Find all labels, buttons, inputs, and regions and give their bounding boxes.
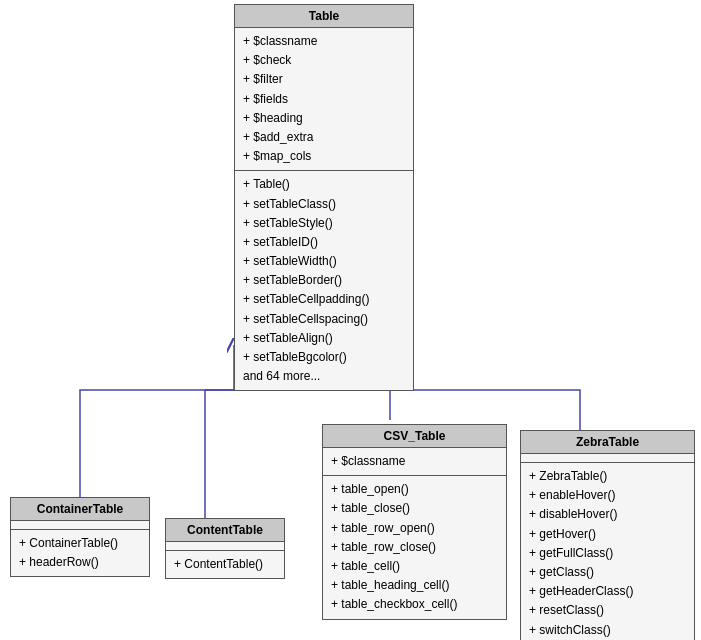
- table-attr-6: + $add_extra: [243, 128, 405, 147]
- container-table-method-1: + ContainerTable(): [19, 534, 141, 553]
- table-attr-4: + $fields: [243, 90, 405, 109]
- content-table-method-1: + ContentTable(): [174, 555, 276, 574]
- zebra-table-method-2: + enableHover(): [529, 486, 686, 505]
- csv-table-method-4: + table_row_close(): [331, 538, 498, 557]
- zebra-table-method-4: + getHover(): [529, 525, 686, 544]
- zebra-table-title-text: ZebraTable: [576, 435, 639, 449]
- container-table-methods: + ContainerTable() + headerRow(): [11, 530, 149, 576]
- zebra-table-empty: [521, 454, 694, 463]
- table-title: Table: [235, 5, 413, 28]
- csv-table-method-3: + table_row_open(): [331, 519, 498, 538]
- csv-table-attrs: + $classname: [323, 448, 506, 476]
- table-attributes: + $classname + $check + $filter + $field…: [235, 28, 413, 171]
- zebra-table-method-8: + resetClass(): [529, 601, 686, 620]
- table-method-4: + setTableID(): [243, 233, 405, 252]
- table-attr-7: + $map_cols: [243, 147, 405, 166]
- csv-table-title: CSV_Table: [323, 425, 506, 448]
- csv-table-method-6: + table_heading_cell(): [331, 576, 498, 595]
- table-method-10: + setTableBgcolor(): [243, 348, 405, 367]
- csv-table-box: CSV_Table + $classname + table_open() + …: [322, 424, 507, 620]
- table-attr-1: + $classname: [243, 32, 405, 51]
- table-method-7: + setTableCellpadding(): [243, 290, 405, 309]
- table-method-2: + setTableClass(): [243, 195, 405, 214]
- diagram-container: Table + $classname + $check + $filter + …: [0, 0, 701, 640]
- zebra-table-method-6: + getClass(): [529, 563, 686, 582]
- table-method-6: + setTableBorder(): [243, 271, 405, 290]
- container-table-empty: [11, 521, 149, 530]
- zebra-table-title: ZebraTable: [521, 431, 694, 454]
- zebra-table-method-5: + getFullClass(): [529, 544, 686, 563]
- zebra-table-method-9: + switchClass(): [529, 621, 686, 640]
- content-table-title: ContentTable: [166, 519, 284, 542]
- container-table-title: ContainerTable: [11, 498, 149, 521]
- table-attr-2: + $check: [243, 51, 405, 70]
- csv-table-attr-1: + $classname: [331, 452, 498, 471]
- table-method-5: + setTableWidth(): [243, 252, 405, 271]
- csv-table-method-7: + table_checkbox_cell(): [331, 595, 498, 614]
- container-table-method-2: + headerRow(): [19, 553, 141, 572]
- content-table-title-text: ContentTable: [187, 523, 263, 537]
- table-method-3: + setTableStyle(): [243, 214, 405, 233]
- table-method-8: + setTableCellspacing(): [243, 310, 405, 329]
- csv-table-method-5: + table_cell(): [331, 557, 498, 576]
- content-table-empty: [166, 542, 284, 551]
- table-method-9: + setTableAlign(): [243, 329, 405, 348]
- table-attr-3: + $filter: [243, 70, 405, 89]
- csv-table-methods: + table_open() + table_close() + table_r…: [323, 476, 506, 618]
- table-box: Table + $classname + $check + $filter + …: [234, 4, 414, 391]
- table-title-text: Table: [309, 9, 339, 23]
- table-method-1: + Table(): [243, 175, 405, 194]
- zebra-table-method-7: + getHeaderClass(): [529, 582, 686, 601]
- zebra-table-box: ZebraTable + ZebraTable() + enableHover(…: [520, 430, 695, 640]
- csv-table-method-1: + table_open(): [331, 480, 498, 499]
- csv-table-method-2: + table_close(): [331, 499, 498, 518]
- zebra-table-method-1: + ZebraTable(): [529, 467, 686, 486]
- container-table-box: ContainerTable + ContainerTable() + head…: [10, 497, 150, 577]
- csv-table-title-text: CSV_Table: [384, 429, 446, 443]
- content-table-box: ContentTable + ContentTable(): [165, 518, 285, 579]
- table-methods: + Table() + setTableClass() + setTableSt…: [235, 171, 413, 390]
- table-method-more: and 64 more...: [243, 367, 405, 386]
- zebra-table-methods: + ZebraTable() + enableHover() + disable…: [521, 463, 694, 640]
- content-table-methods: + ContentTable(): [166, 551, 284, 578]
- zebra-table-method-3: + disableHover(): [529, 505, 686, 524]
- table-attr-5: + $heading: [243, 109, 405, 128]
- container-table-title-text: ContainerTable: [37, 502, 123, 516]
